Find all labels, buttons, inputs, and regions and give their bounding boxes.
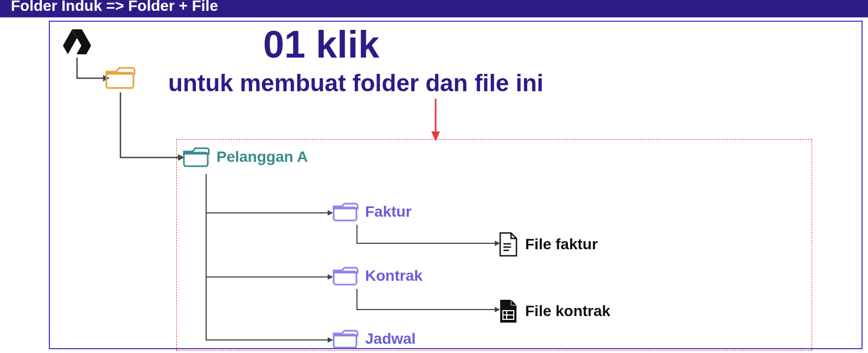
- headline-big: 01 klik: [263, 23, 379, 66]
- document-icon: [498, 232, 519, 257]
- file-kontrak: File kontrak: [498, 299, 610, 324]
- subfolder-faktur: Faktur: [331, 201, 412, 223]
- folder-icon: [104, 65, 136, 90]
- file-label: File faktur: [525, 236, 598, 253]
- subfolder-kontrak: Kontrak: [331, 265, 423, 287]
- subfolder-label: Faktur: [365, 203, 412, 220]
- file-faktur: File faktur: [498, 232, 598, 257]
- folder-icon: [331, 328, 359, 350]
- subfolder-label: Kontrak: [365, 267, 423, 285]
- subfolder-jadwal: Jadwal: [331, 328, 416, 350]
- svg-rect-12: [106, 73, 133, 88]
- file-label: File kontrak: [525, 302, 610, 320]
- header-title: Folder Induk => Folder + File: [11, 0, 218, 14]
- svg-rect-16: [334, 335, 356, 348]
- svg-rect-14: [334, 207, 356, 220]
- folder-icon: [331, 265, 359, 287]
- subfolder-label: Jadwal: [365, 330, 416, 348]
- svg-rect-13: [184, 153, 208, 166]
- svg-rect-15: [334, 272, 356, 285]
- svg-marker-1: [431, 131, 440, 141]
- folder-icon: [182, 146, 210, 168]
- drive-root: [62, 28, 92, 55]
- folder-icon: [331, 201, 359, 223]
- customer-folder: Pelanggan A: [182, 146, 308, 168]
- spreadsheet-icon: [498, 299, 519, 324]
- headline-sub: untuk membuat folder dan file ini: [168, 70, 711, 97]
- root-folder: [104, 65, 136, 90]
- google-drive-icon: [62, 28, 92, 55]
- customer-folder-label: Pelanggan A: [216, 148, 308, 166]
- highlight-frame: [176, 139, 812, 351]
- svg-marker-10: [76, 46, 91, 54]
- arrow-down-icon: [429, 99, 442, 142]
- header-bar: Folder Induk => Folder + File: [0, 0, 868, 17]
